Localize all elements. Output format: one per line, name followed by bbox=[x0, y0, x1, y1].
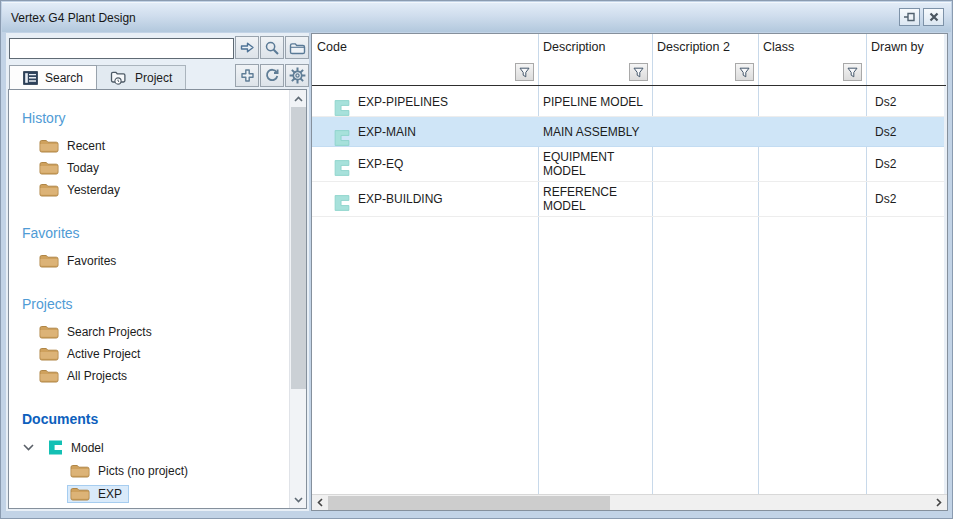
cell-code: EXP-BUILDING bbox=[312, 182, 538, 216]
column-label: Class bbox=[763, 40, 794, 54]
cell-code: EXP-EQ bbox=[312, 147, 538, 181]
tree-item-all-projects[interactable]: All Projects bbox=[9, 365, 289, 387]
filter-button[interactable] bbox=[843, 63, 862, 81]
drawing-page-icon bbox=[47, 509, 64, 510]
folder-icon bbox=[39, 161, 59, 175]
table-row[interactable]: EXP-BUILDING REFERENCE MODEL Ds2 bbox=[312, 182, 944, 217]
tree-item-active-project[interactable]: Active Project bbox=[9, 343, 289, 365]
tree-node-label: Model bbox=[71, 441, 104, 455]
tab-search-label: Search bbox=[45, 71, 83, 85]
tree-heading-documents[interactable]: Documents bbox=[22, 411, 289, 427]
tab-search[interactable]: Search bbox=[9, 65, 97, 89]
tree-item-yesterday[interactable]: Yesterday bbox=[9, 179, 289, 201]
table-row[interactable]: EXP-PIPELINES PIPELINE MODEL Ds2 bbox=[312, 87, 944, 117]
refresh-button[interactable] bbox=[260, 64, 284, 87]
pin-icon bbox=[903, 12, 916, 22]
chevron-down-icon[interactable] bbox=[23, 444, 34, 451]
cell-drawn-by: Ds2 bbox=[866, 117, 946, 146]
tree-heading-projects[interactable]: Projects bbox=[22, 296, 289, 312]
cell-code: EXP-MAIN bbox=[312, 117, 538, 146]
cell-description: REFERENCE MODEL bbox=[538, 182, 652, 216]
cell-description2 bbox=[652, 87, 758, 116]
filter-button[interactable] bbox=[629, 63, 648, 81]
tree-item-exp-selected[interactable]: EXP bbox=[9, 482, 289, 505]
go-button[interactable] bbox=[235, 36, 259, 59]
model-icon bbox=[333, 129, 351, 147]
folder-icon bbox=[39, 369, 59, 383]
scroll-left-icon[interactable] bbox=[312, 495, 328, 510]
settings-button[interactable] bbox=[285, 64, 309, 87]
column-header-drawn-by[interactable]: Drawn by bbox=[866, 34, 946, 86]
tree-item-label: Picts (no project) bbox=[98, 464, 188, 478]
folder-icon bbox=[70, 464, 90, 478]
column-header-description2[interactable]: Description 2 bbox=[652, 34, 758, 86]
code-text: EXP-MAIN bbox=[358, 125, 416, 139]
table-body: EXP-PIPELINES PIPELINE MODEL Ds2 EXP-MAI… bbox=[312, 87, 944, 217]
cell-description: PIPELINE MODEL bbox=[538, 87, 652, 116]
window-title: Vertex G4 Plant Design bbox=[11, 11, 136, 25]
cell-class bbox=[758, 117, 866, 146]
tree-item-search-projects[interactable]: Search Projects bbox=[9, 321, 289, 343]
tree-item-label: All Projects bbox=[67, 369, 127, 383]
cell-class bbox=[758, 147, 866, 181]
column-header-description[interactable]: Description bbox=[538, 34, 652, 86]
tree-heading-favorites[interactable]: Favorites bbox=[22, 225, 289, 241]
tree-node-model[interactable]: Model bbox=[9, 436, 289, 459]
code-text: EXP-BUILDING bbox=[358, 192, 443, 206]
cell-description: EQUIPMENT MODEL bbox=[538, 147, 652, 181]
tab-project-label: Project bbox=[135, 71, 172, 85]
column-header-class[interactable]: Class bbox=[758, 34, 866, 86]
document-table-panel: Code Description Description 2 Class Dra… bbox=[311, 33, 948, 511]
scroll-right-icon[interactable] bbox=[931, 495, 947, 510]
filter-button[interactable] bbox=[515, 63, 534, 81]
app-window: Vertex G4 Plant Design bbox=[0, 0, 953, 519]
model-icon bbox=[333, 194, 351, 212]
cell-drawn-by: Ds2 bbox=[866, 182, 946, 216]
column-label: Description bbox=[543, 40, 606, 54]
open-folder-button[interactable] bbox=[285, 36, 309, 59]
pin-button[interactable] bbox=[899, 8, 920, 26]
tree-scrollbar[interactable] bbox=[289, 90, 306, 508]
hscroll-thumb[interactable] bbox=[328, 496, 610, 510]
scroll-up-icon[interactable] bbox=[290, 90, 307, 107]
column-label: Code bbox=[317, 40, 347, 54]
folder-icon bbox=[289, 41, 306, 55]
tree-heading-history[interactable]: History bbox=[22, 110, 289, 126]
refresh-icon bbox=[264, 68, 280, 84]
model-icon bbox=[333, 99, 351, 117]
tree-item-favorites[interactable]: Favorites bbox=[9, 250, 289, 272]
add-button[interactable] bbox=[235, 64, 259, 87]
table-horizontal-scrollbar[interactable] bbox=[312, 494, 947, 510]
cell-drawn-by: Ds2 bbox=[866, 87, 946, 116]
search-button[interactable] bbox=[260, 36, 284, 59]
tree-item-today[interactable]: Today bbox=[9, 157, 289, 179]
scroll-down-icon[interactable] bbox=[290, 491, 307, 508]
navigator-panel: Search Project History Recent Today bbox=[6, 33, 309, 511]
tree-scrollbar-thumb[interactable] bbox=[291, 107, 306, 389]
tab-project[interactable]: Project bbox=[97, 65, 186, 89]
tree-item-recent[interactable]: Recent bbox=[9, 135, 289, 157]
title-bar[interactable]: Vertex G4 Plant Design bbox=[2, 2, 951, 32]
tree-item-label: Yesterday bbox=[67, 183, 120, 197]
tree-item-label: Active Project bbox=[67, 347, 140, 361]
column-header-code[interactable]: Code bbox=[312, 34, 538, 86]
gear-icon bbox=[289, 67, 306, 84]
table-header: Code Description Description 2 Class Dra… bbox=[312, 34, 946, 86]
cell-class bbox=[758, 87, 866, 116]
folder-icon bbox=[39, 347, 59, 361]
cell-description2 bbox=[652, 117, 758, 146]
close-button[interactable] bbox=[923, 8, 944, 26]
tree-item-label: Search Projects bbox=[67, 325, 152, 339]
code-text: EXP-EQ bbox=[358, 157, 403, 171]
table-row-selected[interactable]: EXP-MAIN MAIN ASSEMBLY Ds2 bbox=[312, 117, 944, 147]
filter-button[interactable] bbox=[735, 63, 754, 81]
cell-class bbox=[758, 182, 866, 216]
table-row[interactable]: EXP-EQ EQUIPMENT MODEL Ds2 bbox=[312, 147, 944, 182]
close-icon bbox=[929, 12, 939, 22]
cell-code: EXP-PIPELINES bbox=[312, 87, 538, 116]
plus-icon bbox=[240, 68, 255, 83]
tree-item-label: EXP bbox=[98, 487, 122, 501]
tree-item-picts[interactable]: Picts (no project) bbox=[9, 459, 289, 482]
search-input[interactable] bbox=[9, 38, 234, 59]
tree-node-drawing[interactable]: Drawing bbox=[9, 505, 289, 509]
